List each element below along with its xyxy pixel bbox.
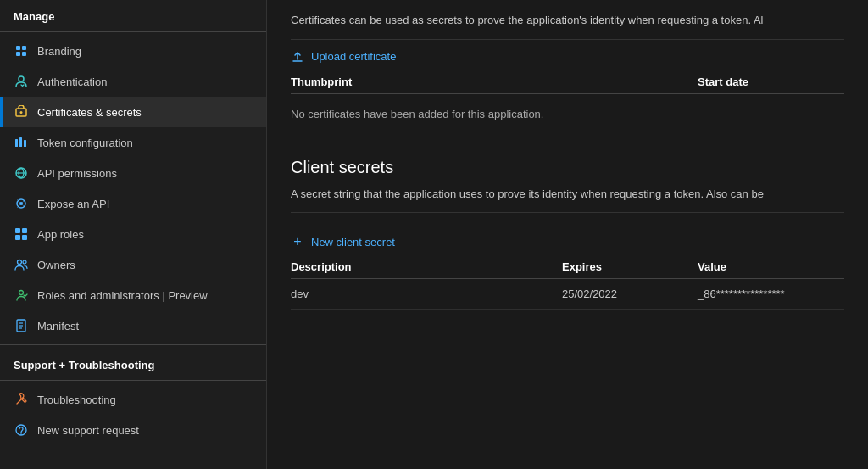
cert-description: Certificates can be used as secrets to p… — [291, 0, 844, 40]
secret-description-cell: dev — [291, 288, 562, 300]
client-secrets-title: Client secrets — [291, 158, 844, 177]
sidebar-item-owners-label: Owners — [37, 259, 75, 271]
new-client-secret-button[interactable]: + New client secret — [291, 225, 844, 255]
main-content: Certificates can be used as secrets to p… — [267, 0, 868, 469]
sidebar-item-app-roles-label: App roles — [37, 228, 84, 241]
svg-rect-1 — [22, 46, 26, 50]
svg-rect-3 — [22, 52, 26, 56]
cert-table-header: Thumbprint Start date — [291, 70, 844, 94]
new-client-secret-label: New client secret — [311, 236, 395, 248]
upload-certificate-button[interactable]: Upload certificate — [291, 40, 844, 70]
client-secrets-description: A secret string that the application use… — [291, 186, 844, 214]
sidebar-item-owners[interactable]: Owners — [0, 249, 266, 280]
plus-icon: + — [291, 235, 304, 248]
sidebar-item-certificates[interactable]: Certificates & secrets — [0, 97, 266, 127]
app-roles-icon — [14, 226, 29, 242]
authentication-icon — [14, 74, 29, 89]
manifest-icon — [14, 318, 29, 333]
sidebar-item-branding-label: Branding — [37, 45, 81, 58]
branding-icon — [14, 43, 29, 59]
expose-api-icon — [14, 196, 29, 211]
upload-icon — [291, 50, 304, 64]
troubleshooting-icon — [14, 392, 29, 407]
sidebar-item-roles-admin[interactable]: Roles and administrators | Preview — [0, 280, 266, 310]
sidebar-item-api-permissions[interactable]: API permissions — [0, 158, 266, 188]
manage-divider — [0, 31, 266, 32]
svg-point-26 — [20, 433, 22, 435]
svg-rect-9 — [24, 140, 26, 147]
sidebar-item-roles-admin-label: Roles and administrators | Preview — [37, 289, 208, 302]
svg-rect-16 — [15, 235, 20, 240]
sidebar-item-expose-api-label: Expose an API — [37, 198, 109, 210]
sidebar-item-api-permissions-label: API permissions — [37, 167, 117, 180]
sidebar: Manage Branding Authentication — [0, 0, 267, 469]
secrets-table-header: Description Expires Value — [291, 255, 844, 279]
upload-certificate-label: Upload certificate — [311, 50, 396, 63]
svg-rect-14 — [15, 228, 20, 233]
token-icon — [14, 135, 29, 150]
sidebar-item-app-roles[interactable]: App roles — [0, 219, 266, 249]
sidebar-item-branding[interactable]: Branding — [0, 36, 266, 66]
sidebar-item-authentication-label: Authentication — [37, 75, 107, 88]
svg-rect-7 — [15, 139, 18, 147]
svg-rect-2 — [16, 52, 20, 56]
manage-section-header: Manage — [0, 0, 266, 28]
secret-value-cell: _86**************** — [698, 288, 844, 300]
api-permissions-icon — [14, 165, 29, 181]
description-header: Description — [291, 260, 562, 273]
sidebar-item-troubleshooting-label: Troubleshooting — [37, 394, 116, 406]
sidebar-item-support[interactable]: New support request — [0, 415, 266, 445]
value-header: Value — [698, 260, 844, 273]
expires-header: Expires — [562, 260, 698, 273]
certificates-icon — [14, 104, 29, 120]
svg-point-4 — [19, 76, 24, 81]
startdate-header: Start date — [698, 75, 844, 88]
sidebar-item-troubleshooting[interactable]: Troubleshooting — [0, 384, 266, 415]
owners-icon — [14, 257, 29, 272]
support-section-header: Support + Troubleshooting — [0, 349, 266, 377]
svg-point-19 — [23, 260, 26, 264]
roles-admin-icon — [14, 288, 29, 303]
svg-point-18 — [18, 260, 22, 265]
svg-rect-0 — [16, 46, 20, 50]
thumbprint-header: Thumbprint — [291, 75, 698, 88]
sidebar-item-expose-api[interactable]: Expose an API — [0, 188, 266, 219]
sidebar-item-authentication[interactable]: Authentication — [0, 66, 266, 97]
svg-rect-17 — [22, 235, 27, 240]
svg-point-20 — [19, 291, 24, 295]
secret-expires-cell: 25/02/2022 — [562, 288, 698, 300]
sidebar-item-manifest-label: Manifest — [37, 320, 79, 332]
support-divider2 — [0, 380, 266, 381]
cert-empty-state: No certificates have been added for this… — [291, 94, 844, 134]
sidebar-item-manifest[interactable]: Manifest — [0, 310, 266, 341]
table-row: dev 25/02/2022 _86**************** — [291, 279, 844, 310]
sidebar-item-certificates-label: Certificates & secrets — [37, 106, 142, 119]
svg-rect-8 — [19, 137, 22, 147]
svg-rect-15 — [22, 228, 27, 233]
sidebar-item-token[interactable]: Token configuration — [0, 127, 266, 158]
support-icon — [14, 422, 29, 438]
svg-point-6 — [20, 111, 23, 114]
support-divider — [0, 344, 266, 345]
sidebar-item-support-label: New support request — [37, 424, 139, 437]
sidebar-item-token-label: Token configuration — [37, 137, 133, 149]
